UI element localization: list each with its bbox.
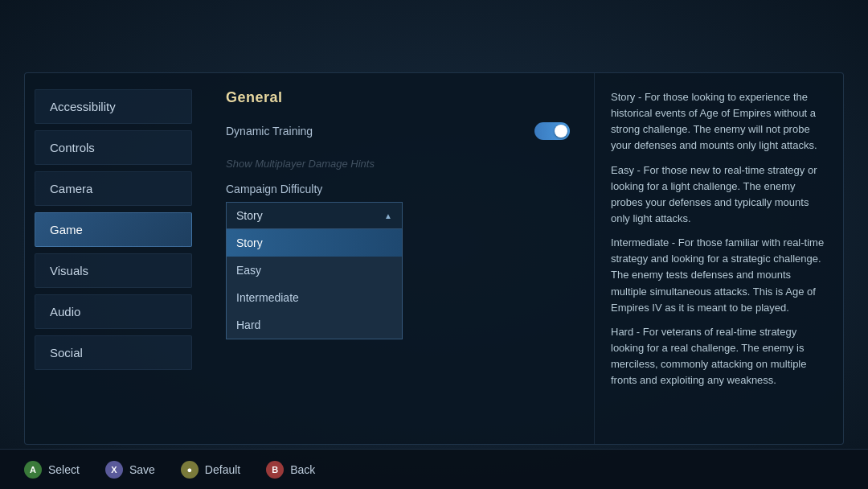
sidebar-item-game[interactable]: Game xyxy=(35,212,192,247)
back-button[interactable]: B Back xyxy=(266,461,315,479)
difficulty-dropdown-selected[interactable]: Story ▲ xyxy=(226,202,403,229)
sidebar-item-visuals[interactable]: Visuals xyxy=(35,253,192,288)
sidebar: AccessibilityControlsCameraGameVisualsAu… xyxy=(25,73,202,444)
sidebar-item-audio[interactable]: Audio xyxy=(35,294,192,329)
bottom-bar: A Select X Save ● Default B Back xyxy=(0,449,868,489)
faded-setting-label: Show Multiplayer Damage Hints xyxy=(226,151,570,176)
desc-hard: Hard - For veterans of real-time strateg… xyxy=(611,324,827,389)
dropdown-option-intermediate[interactable]: Intermediate xyxy=(227,284,402,311)
dynamic-training-row: Dynamic Training xyxy=(226,122,570,140)
sidebar-item-accessibility[interactable]: Accessibility xyxy=(35,89,192,124)
default-label: Default xyxy=(205,463,240,476)
dynamic-training-toggle[interactable] xyxy=(534,122,570,140)
dot-button-icon: ● xyxy=(181,461,199,479)
desc-story: Story - For those looking to experience … xyxy=(611,89,827,154)
description-panel: Story - For those looking to experience … xyxy=(594,73,843,444)
desc-intermediate: Intermediate - For those familiar with r… xyxy=(611,235,827,316)
select-label: Select xyxy=(48,463,80,476)
content-area: General Dynamic Training Show Multiplaye… xyxy=(202,73,594,444)
section-title: General xyxy=(226,89,570,106)
dropdown-option-easy[interactable]: Easy xyxy=(227,257,402,284)
main-container: AccessibilityControlsCameraGameVisualsAu… xyxy=(24,72,844,445)
difficulty-dropdown-wrapper: Story ▲ Story Easy Intermediate Hard xyxy=(226,202,403,229)
sidebar-item-social[interactable]: Social xyxy=(35,335,192,370)
x-button-icon: X xyxy=(105,461,123,479)
campaign-difficulty-section: Campaign Difficulty Story ▲ Story Easy I… xyxy=(226,183,570,261)
back-label: Back xyxy=(290,463,315,476)
a-button-icon: A xyxy=(24,461,42,479)
sidebar-item-controls[interactable]: Controls xyxy=(35,130,192,165)
dropdown-option-story[interactable]: Story xyxy=(227,229,402,257)
dropdown-arrow-icon: ▲ xyxy=(384,212,392,220)
dynamic-training-label: Dynamic Training xyxy=(226,125,313,138)
campaign-difficulty-label: Campaign Difficulty xyxy=(226,183,570,195)
b-button-icon: B xyxy=(266,461,284,479)
save-label: Save xyxy=(129,463,155,476)
difficulty-dropdown-menu: Story Easy Intermediate Hard xyxy=(226,229,403,339)
dropdown-option-hard[interactable]: Hard xyxy=(227,311,402,339)
dropdown-selected-value: Story xyxy=(236,209,263,222)
desc-easy: Easy - For those new to real-time strate… xyxy=(611,162,827,228)
sidebar-item-camera[interactable]: Camera xyxy=(35,171,192,206)
select-button[interactable]: A Select xyxy=(24,461,80,479)
save-button[interactable]: X Save xyxy=(105,461,155,479)
default-button[interactable]: ● Default xyxy=(181,461,240,479)
